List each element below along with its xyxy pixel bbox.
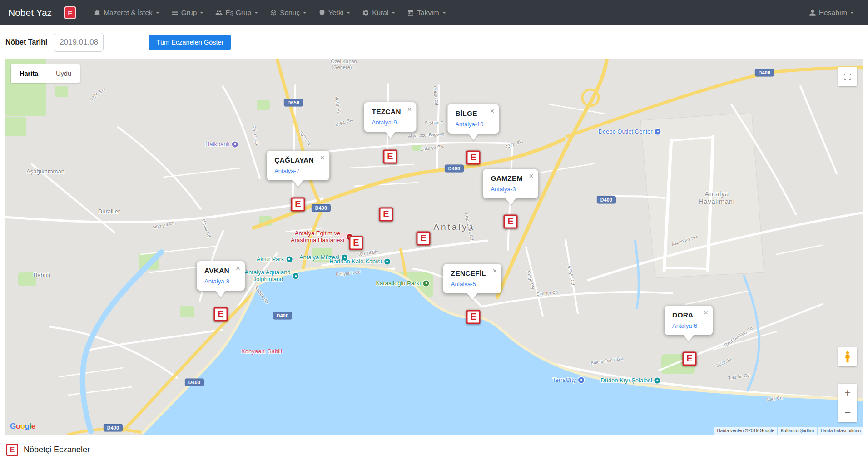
google-logo[interactable]: Google [10,422,35,431]
info-window-tail [468,134,478,140]
show-all-pharmacies-button[interactable]: Tüm Eczaneleri Göster [149,35,231,50]
menu-icon [171,9,179,16]
zoom-control: + − [838,384,857,422]
info-window-gamzem: ×GAMZEMAntalya-3 [483,169,538,198]
cube-icon [270,9,277,16]
shield-icon [318,9,326,16]
chevron-down-icon [347,12,350,14]
pegman-icon [842,350,853,364]
pharmacy-name: TEZCAN [372,108,401,116]
pharmacy-name: BİLGE [455,109,483,118]
close-icon[interactable]: × [490,108,495,114]
fullscreen-icon [843,73,852,81]
pharmacy-group-link[interactable]: Antalya-8 [204,278,229,285]
nav-item-grup[interactable]: Grup [165,5,209,21]
map-type-control: Harita Uydu [11,64,80,83]
google-logo-letter: g [25,422,30,430]
legend-label: Nöbetçi Eczaneler [24,445,90,455]
user-icon [809,9,816,16]
pharmacy-group-link[interactable]: Antalya-7 [274,168,314,174]
pharmacy-legend-icon: E [6,444,18,456]
info-window-tezcan: ×TEZCANAntalya-9 [364,102,416,132]
google-logo-letter: o [16,422,20,430]
street-view-pegman[interactable] [838,347,857,366]
chevron-down-icon [254,12,258,14]
zoom-out-button[interactable]: − [838,403,857,422]
navbar-account: Hesabım [803,5,860,21]
close-icon[interactable]: × [529,173,534,179]
legend: E Nöbetçi Eczaneler [0,435,868,465]
map-type-button-map[interactable]: Harita [11,64,47,83]
google-logo-letter: o [20,422,25,430]
chevron-down-icon [156,12,159,14]
duty-date-input[interactable] [54,33,104,52]
duty-date-label: Nöbet Tarihi [5,38,47,46]
info-window-tail [467,293,477,300]
nav-item-e-grup[interactable]: Eş Grup [209,5,264,21]
attribution-link-kullan-m-artlar[interactable]: Kullanım Şartları [778,427,817,435]
calendar-icon [407,9,414,16]
close-icon[interactable]: × [704,310,708,316]
info-window-tail [506,198,516,205]
close-icon[interactable]: × [407,106,412,113]
pharmacy-group-link[interactable]: Antalya-10 [455,121,483,128]
info-window-tail [385,132,395,139]
chevron-down-icon [200,12,203,14]
pharmacy-name: ZENCEFİL [451,269,486,277]
app-brand[interactable]: Nöbet Yaz [8,7,52,18]
gear-icon [362,9,369,16]
pharmacy-name: AVKAN [204,267,229,275]
map-type-button-satellite[interactable]: Uydu [47,64,80,83]
nav-item-yetki[interactable]: Yetki [312,5,356,21]
app-logo-icon: E [64,6,76,19]
google-logo-letter: e [31,422,35,430]
chevron-down-icon [850,12,854,14]
close-icon[interactable]: × [492,268,497,274]
nav-item-hesab-m[interactable]: Hesabım [803,5,860,21]
bug-icon [94,9,101,16]
info-window-a-layan: ×ÇAĞLAYANAntalya-7 [267,151,329,180]
pharmacy-group-link[interactable]: Antalya-6 [672,322,697,329]
pharmacy-name: DORA [672,311,697,319]
nav-item-kural[interactable]: Kural [356,5,401,21]
info-window-tail [216,291,226,297]
fullscreen-button[interactable] [838,67,857,86]
info-window-bi-lge: ×BİLGEAntalya-10 [447,104,499,134]
nav-item-sonu[interactable]: Sonuç [264,5,312,21]
map-attribution: Harita verileri ©2019 GoogleKullanım Şar… [713,427,863,435]
chevron-down-icon [442,12,446,14]
attribution-link-harita-hatas-bildirin[interactable]: Harita hatası bildirin [818,427,863,435]
close-icon[interactable]: × [236,265,240,272]
toolbar: Nöbet Tarihi Tüm Eczaneleri Göster [0,25,868,59]
google-logo-letter: G [10,422,16,430]
users-icon [215,9,223,16]
info-window-tail [684,335,694,342]
info-window-dora: ×DORAAntalya-6 [665,306,713,335]
map-data-copyright: Harita verileri ©2019 Google [714,427,777,435]
pharmacy-group-link[interactable]: Antalya-3 [491,186,522,193]
info-window-tail [293,180,303,187]
map-info-windows-layer: ×TEZCANAntalya-9×BİLGEAntalya-10×ÇAĞLAYA… [5,59,863,435]
zoom-in-button[interactable]: + [838,384,857,403]
pharmacy-group-link[interactable]: Antalya-9 [372,119,401,126]
nav-item-mazeret-i-stek[interactable]: Mazeret & İstek [88,5,165,21]
pharmacy-name: GAMZEM [491,174,522,183]
map-canvas[interactable]: AşağıkaramanDuralilerBahtılıÖzel Kapan (… [5,59,863,435]
close-icon[interactable]: × [320,155,325,161]
pharmacy-name: ÇAĞLAYAN [274,156,314,164]
chevron-down-icon [303,12,307,14]
nav-item-takvim[interactable]: Takvim [401,5,451,21]
chevron-down-icon [392,12,395,14]
navbar-menu: Mazeret & İstekGrupEş GrupSonuçYetkiKura… [88,5,451,21]
top-navbar: Nöbet Yaz E Mazeret & İstekGrupEş GrupSo… [0,0,868,25]
info-window-zencefi-l: ×ZENCEFİLAntalya-5 [443,264,501,293]
pharmacy-group-link[interactable]: Antalya-5 [451,281,486,287]
info-window-avkan: ×AVKANAntalya-8 [197,261,245,291]
